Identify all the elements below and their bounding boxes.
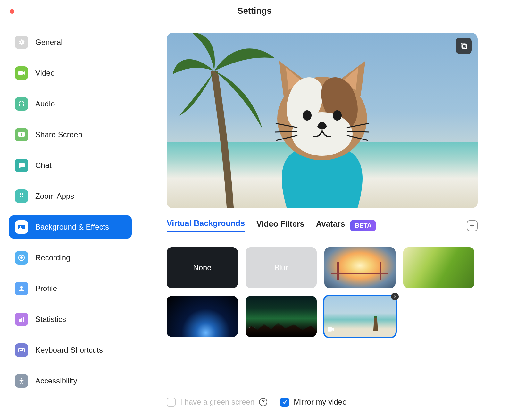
background-option-beach[interactable]: ✕ xyxy=(324,296,396,337)
gear-icon xyxy=(15,36,28,49)
sidebar-item-label: Zoom Apps xyxy=(35,192,74,201)
sidebar-item-share-screen[interactable]: Share Screen xyxy=(9,123,132,146)
sidebar-item-keyboard-shortcuts[interactable]: Keyboard Shortcuts xyxy=(9,339,132,362)
green-screen-label: I have a green screen xyxy=(180,398,254,407)
sidebar-item-background-effects[interactable]: Background & Effects xyxy=(9,215,132,239)
background-label: Blur xyxy=(274,263,288,272)
sidebar-item-label: Chat xyxy=(35,161,52,170)
sidebar-item-label: Keyboard Shortcuts xyxy=(35,346,103,355)
window-close-button[interactable] xyxy=(10,9,14,14)
video-preview xyxy=(167,33,478,208)
background-label: None xyxy=(193,263,211,272)
share-screen-icon xyxy=(15,128,28,141)
window-title: Settings xyxy=(0,6,509,16)
sidebar-item-label: Profile xyxy=(35,284,57,293)
remove-background-button[interactable]: ✕ xyxy=(391,293,399,300)
mirror-video-label: Mirror my video xyxy=(294,398,346,407)
titlebar: Settings xyxy=(0,0,509,22)
svg-rect-10 xyxy=(20,350,23,351)
svg-rect-23 xyxy=(461,43,465,47)
person-card-icon xyxy=(15,220,28,234)
green-screen-checkbox[interactable] xyxy=(167,398,176,407)
svg-point-2 xyxy=(20,286,23,289)
svg-point-13 xyxy=(292,112,353,156)
settings-sidebar: General Video Audio Share Screen Chat Zo xyxy=(0,22,141,420)
svg-rect-6 xyxy=(19,348,24,352)
sidebar-item-label: Share Screen xyxy=(35,130,82,139)
tab-virtual-backgrounds[interactable]: Virtual Backgrounds xyxy=(167,219,245,232)
background-options-footer: I have a green screen ? Mirror my video xyxy=(167,398,347,407)
sidebar-item-label: Audio xyxy=(35,99,55,108)
beta-badge: BETA xyxy=(350,220,376,231)
record-icon xyxy=(15,251,28,265)
sidebar-item-label: Accessibility xyxy=(35,376,77,385)
background-option-none[interactable]: None xyxy=(167,247,238,288)
sidebar-item-label: Video xyxy=(35,69,55,78)
add-background-button[interactable] xyxy=(467,220,478,231)
rotate-camera-button[interactable] xyxy=(456,38,472,54)
sidebar-item-label: Background & Effects xyxy=(35,223,109,231)
svg-rect-8 xyxy=(21,349,21,350)
video-camera-icon xyxy=(15,66,28,80)
background-option-grass[interactable] xyxy=(403,247,474,288)
green-screen-option[interactable]: I have a green screen ? xyxy=(167,398,267,407)
sidebar-item-label: General xyxy=(35,38,63,47)
tab-avatars[interactable]: Avatars xyxy=(316,219,345,232)
svg-rect-3 xyxy=(19,319,21,322)
sidebar-item-general[interactable]: General xyxy=(9,31,132,54)
svg-point-11 xyxy=(21,378,22,380)
sidebar-item-chat[interactable]: Chat xyxy=(9,154,132,177)
svg-point-1 xyxy=(20,256,23,259)
keyboard-icon xyxy=(15,343,28,357)
sidebar-item-recording[interactable]: Recording xyxy=(9,246,132,269)
mirror-video-checkbox[interactable] xyxy=(280,398,289,407)
video-badge-icon xyxy=(249,325,255,334)
svg-rect-4 xyxy=(21,318,22,322)
mirror-video-option[interactable]: Mirror my video xyxy=(280,398,346,407)
background-option-aurora[interactable] xyxy=(246,296,317,337)
sidebar-item-statistics[interactable]: Statistics xyxy=(9,308,132,331)
svg-rect-5 xyxy=(23,317,24,322)
chat-bubble-icon xyxy=(15,159,28,172)
svg-rect-24 xyxy=(249,327,253,331)
svg-rect-22 xyxy=(463,45,467,49)
preview-avatar-cat xyxy=(253,58,391,208)
svg-rect-7 xyxy=(20,349,20,350)
rotate-icon xyxy=(460,42,468,50)
background-grid: None Blur ✕ xyxy=(167,247,478,337)
apps-icon xyxy=(15,189,28,203)
svg-rect-9 xyxy=(22,349,23,350)
svg-line-20 xyxy=(347,131,369,132)
tab-video-filters[interactable]: Video Filters xyxy=(256,219,305,232)
effects-tabs: Virtual Backgrounds Video Filters Avatar… xyxy=(167,219,478,232)
help-icon[interactable]: ? xyxy=(259,398,267,406)
bar-chart-icon xyxy=(15,313,28,326)
sidebar-item-accessibility[interactable]: Accessibility xyxy=(9,369,132,392)
settings-main-panel: Virtual Backgrounds Video Filters Avatar… xyxy=(141,22,509,420)
headphones-icon xyxy=(15,97,28,111)
sidebar-item-zoom-apps[interactable]: Zoom Apps xyxy=(9,185,132,208)
background-option-blur[interactable]: Blur xyxy=(246,247,317,288)
background-option-bridge[interactable] xyxy=(324,247,396,288)
svg-point-15 xyxy=(333,110,342,121)
window-traffic-lights xyxy=(10,9,14,14)
sidebar-item-label: Statistics xyxy=(35,315,66,324)
video-badge-icon xyxy=(328,325,334,334)
svg-rect-25 xyxy=(328,327,332,331)
svg-point-14 xyxy=(303,110,312,121)
profile-icon xyxy=(15,282,28,295)
accessibility-icon xyxy=(15,374,28,388)
sidebar-item-label: Recording xyxy=(35,253,70,262)
sidebar-item-video[interactable]: Video xyxy=(9,62,132,85)
svg-line-17 xyxy=(275,131,297,132)
sidebar-item-profile[interactable]: Profile xyxy=(9,277,132,300)
plus-icon xyxy=(469,223,475,229)
sidebar-item-audio[interactable]: Audio xyxy=(9,92,132,115)
background-option-earth[interactable] xyxy=(167,296,238,337)
